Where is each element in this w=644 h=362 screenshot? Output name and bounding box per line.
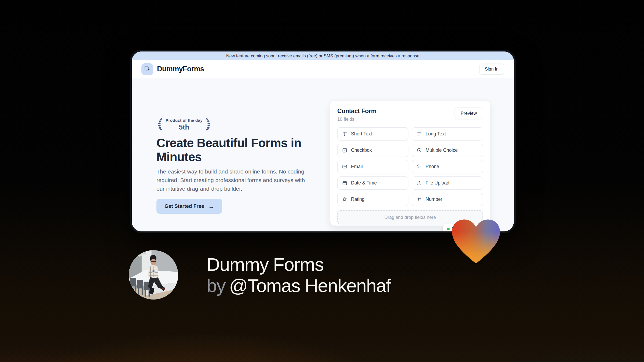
get-started-button[interactable]: Get Started Free → <box>156 199 222 214</box>
form-builder-card: Contact Form 10 fields Preview Short Tex… <box>330 100 490 226</box>
product-of-the-day-text: Product of the day 5th <box>166 118 203 131</box>
laurel-left-icon <box>156 117 163 132</box>
field-item-rating[interactable]: Rating <box>337 193 408 206</box>
field-label: Number <box>426 197 442 202</box>
hero-description: The easiest way to build and share onlin… <box>156 167 312 193</box>
field-item-long-text[interactable]: Long Text <box>412 127 483 141</box>
top-nav: DummyForms Sign In <box>132 60 514 78</box>
text-icon <box>342 131 347 137</box>
upload-icon <box>416 180 422 186</box>
field-item-email[interactable]: Email <box>337 160 408 173</box>
green-dot-icon <box>447 228 450 230</box>
pod-label: Product of the day <box>166 118 203 123</box>
arrow-right-icon: → <box>208 204 214 209</box>
lines-icon <box>416 131 422 137</box>
mail-icon <box>342 164 347 169</box>
field-item-phone[interactable]: Phone <box>412 160 483 173</box>
field-label: Phone <box>426 164 439 169</box>
hero-title: Create Beautiful Forms in Minutes <box>156 136 309 164</box>
announcement-text: New feature coming soon: receive emails … <box>226 54 419 58</box>
field-label: Short Text <box>351 131 372 137</box>
pod-rank: 5th <box>166 123 203 131</box>
field-label: Long Text <box>426 131 446 137</box>
field-label: Email <box>351 164 363 169</box>
brand-logo[interactable] <box>141 63 153 75</box>
field-label: Checkbox <box>351 147 372 153</box>
caption-byline: by@Tomas Henkenhaf <box>207 275 391 297</box>
star-icon <box>342 197 347 202</box>
field-label: Multiple Choice <box>426 147 458 153</box>
gradient-heart-icon <box>450 217 502 265</box>
dashed-selection-cursor-icon <box>144 65 151 73</box>
form-card-header: Contact Form 10 fields Preview <box>337 108 483 122</box>
caption-title: Dummy Forms <box>207 254 391 275</box>
field-label: Date & Time <box>351 180 377 186</box>
radio-icon <box>416 147 422 153</box>
field-label: Rating <box>351 197 365 202</box>
brand-name: DummyForms <box>157 65 204 73</box>
hash-icon <box>416 197 422 202</box>
sign-in-button[interactable]: Sign In <box>479 64 504 75</box>
field-item-multiple-choice[interactable]: Multiple Choice <box>412 144 483 157</box>
preview-button[interactable]: Preview <box>455 108 483 119</box>
cta-label: Get Started Free <box>164 203 204 209</box>
form-card-titles: Contact Form 10 fields <box>337 108 376 122</box>
avatar <box>129 250 178 300</box>
field-item-short-text[interactable]: Short Text <box>337 127 408 141</box>
product-of-the-day-badge: Product of the day 5th <box>156 117 212 132</box>
browser-window-mockup: New feature coming soon: receive emails … <box>130 50 516 233</box>
field-item-number[interactable]: Number <box>412 193 483 206</box>
caption: Dummy Forms by@Tomas Henkenhaf <box>207 254 391 296</box>
checkbox-icon <box>342 147 347 153</box>
field-item-date-time[interactable]: Date & Time <box>337 176 408 190</box>
byline-handle: @Tomas Henkenhaf <box>229 275 391 296</box>
laurel-right-icon <box>205 117 212 132</box>
dropzone-text: Drag and drop fields here <box>385 215 436 220</box>
field-count: 10 fields <box>337 117 376 122</box>
field-type-grid: Short TextLong TextCheckboxMultiple Choi… <box>337 127 483 206</box>
byline-prefix: by <box>207 275 225 296</box>
announcement-banner: New feature coming soon: receive emails … <box>132 51 514 60</box>
phone-icon <box>416 164 422 169</box>
field-item-checkbox[interactable]: Checkbox <box>337 144 408 157</box>
field-label: File Upload <box>426 180 449 186</box>
form-title: Contact Form <box>337 108 376 115</box>
calendar-icon <box>342 180 347 186</box>
field-item-file-upload[interactable]: File Upload <box>412 176 483 190</box>
